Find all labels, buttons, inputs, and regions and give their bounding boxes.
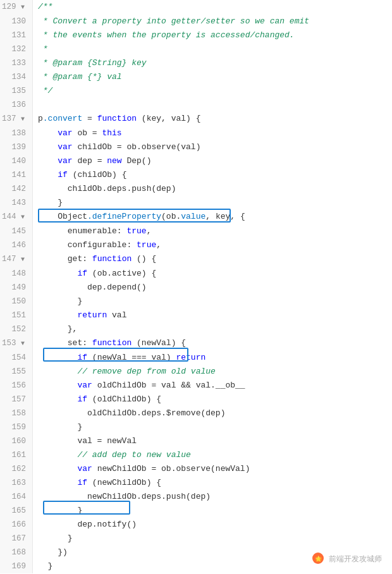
line-content: if (oldChildOb) { [33,393,392,406]
line-number: 155 [0,365,33,379]
code-line: 151 return val [0,308,392,322]
line-number: 153 ▼ [0,336,33,351]
watermark: 🌟 前端开发攻城师 [312,552,382,566]
line-number: 138 [0,126,33,140]
line-content: if (newChildOb) { [33,476,392,490]
line-content: Object.defineProperty(ob.value, key, { [33,210,392,224]
line-content: return val [33,308,392,322]
line-content: // add dep to new value [33,448,392,462]
line-number: 165 [0,504,33,518]
code-line: 144 ▼ Object.defineProperty(ob.value, ke… [0,210,392,224]
code-line: 162 var newChildOb = ob.observe(newVal) [0,462,392,476]
code-line: 155 // remove dep from old value [0,365,392,379]
line-number: 149 [0,281,33,295]
fold-arrow[interactable]: ▼ [21,1,25,15]
code-line: 153 ▼ set: function (newVal) { [0,336,392,351]
line-content: val = newVal [33,434,392,448]
line-number: 166 [0,518,33,532]
fold-arrow[interactable]: ▼ [21,253,25,267]
line-number: 163 [0,476,33,490]
line-content: p.convert = function (key, val) { [33,112,392,126]
code-line: 129 ▼/** [0,0,392,15]
line-content: /** [33,0,392,14]
line-content: dep.notify() [33,518,392,532]
fold-arrow[interactable]: ▼ [21,211,25,224]
line-number: 168 [0,546,33,559]
code-container: 129 ▼/**130 * Convert a property into ge… [0,0,392,574]
line-number: 151 [0,308,33,322]
line-content: } [33,295,392,308]
line-number: 150 [0,295,33,308]
line-content: * @param {String} key [33,56,392,70]
code-line: 164 newChildOb.deps.push(dep) [0,490,392,504]
line-content: * Convert a property into getter/setter … [33,15,392,28]
code-line: 150 } [0,295,392,308]
line-content: var childOb = ob.observe(val) [33,140,392,154]
line-number: 132 [0,42,33,56]
line-number: 136 [0,98,33,112]
line-number: 162 [0,462,33,476]
code-line: 133 * @param {String} key [0,56,392,70]
code-line: 149 dep.depend() [0,281,392,295]
code-line: 154 if (newVal === val) return [0,351,392,365]
line-content: var newChildOb = ob.observe(newVal) [33,462,392,476]
code-line: 142 childOb.deps.push(dep) [0,182,392,196]
line-content: childOb.deps.push(dep) [33,182,392,196]
code-line: 132 * [0,42,392,56]
line-number: 161 [0,448,33,462]
code-line: 139 var childOb = ob.observe(val) [0,140,392,154]
line-content: } [33,532,392,546]
line-number: 133 [0,56,33,70]
code-line: 131 * the events when the property is ac… [0,28,392,42]
line-content: // remove dep from old value [33,365,392,379]
line-number: 146 [0,238,33,252]
fold-arrow[interactable]: ▼ [21,337,25,351]
line-content: oldChildOb.deps.$remove(dep) [33,406,392,420]
line-number: 135 [0,84,33,98]
line-number: 167 [0,532,33,546]
line-number: 140 [0,154,33,168]
line-content: set: function (newVal) { [33,336,392,350]
code-line: 136 [0,98,392,112]
svg-text:🌟: 🌟 [314,555,322,563]
code-line: 147 ▼ get: function () { [0,252,392,267]
line-number: 142 [0,182,33,196]
line-number: 157 [0,393,33,406]
code-line: 166 dep.notify() [0,518,392,532]
line-number: 148 [0,267,33,281]
line-content: } [33,196,392,210]
line-number: 129 ▼ [0,0,33,15]
code-line: 138 var ob = this [0,126,392,140]
watermark-icon: 🌟 [312,552,324,566]
code-line: 157 if (oldChildOb) { [0,393,392,406]
line-number: 154 [0,351,33,365]
line-number: 139 [0,140,33,154]
code-line: 158 oldChildOb.deps.$remove(dep) [0,406,392,420]
line-number: 169 [0,559,33,573]
code-line: 160 val = newVal [0,434,392,448]
line-number: 158 [0,406,33,420]
line-content [33,98,392,112]
lines-container: 129 ▼/**130 * Convert a property into ge… [0,0,392,573]
line-number: 137 ▼ [0,112,33,126]
line-number: 145 [0,224,33,238]
line-content: if (ob.active) { [33,267,392,281]
code-line: 156 var oldChildOb = val && val.__ob__ [0,379,392,393]
line-number: 152 [0,322,33,336]
line-content: var dep = new Dep() [33,154,392,168]
code-line: 145 enumerable: true, [0,224,392,238]
line-content: if (newVal === val) return [33,351,392,365]
code-line: 135 */ [0,84,392,98]
line-content: } [33,504,392,518]
line-number: 164 [0,490,33,504]
code-line: 159 } [0,420,392,434]
code-line: 167 } [0,532,392,546]
code-line: 146 configurable: true, [0,238,392,252]
line-content: var oldChildOb = val && val.__ob__ [33,379,392,393]
line-number: 143 [0,196,33,210]
line-content: * [33,42,392,56]
line-content: enumerable: true, [33,224,392,238]
fold-arrow[interactable]: ▼ [21,113,25,126]
code-line: 163 if (newChildOb) { [0,476,392,490]
line-content: */ [33,84,392,98]
